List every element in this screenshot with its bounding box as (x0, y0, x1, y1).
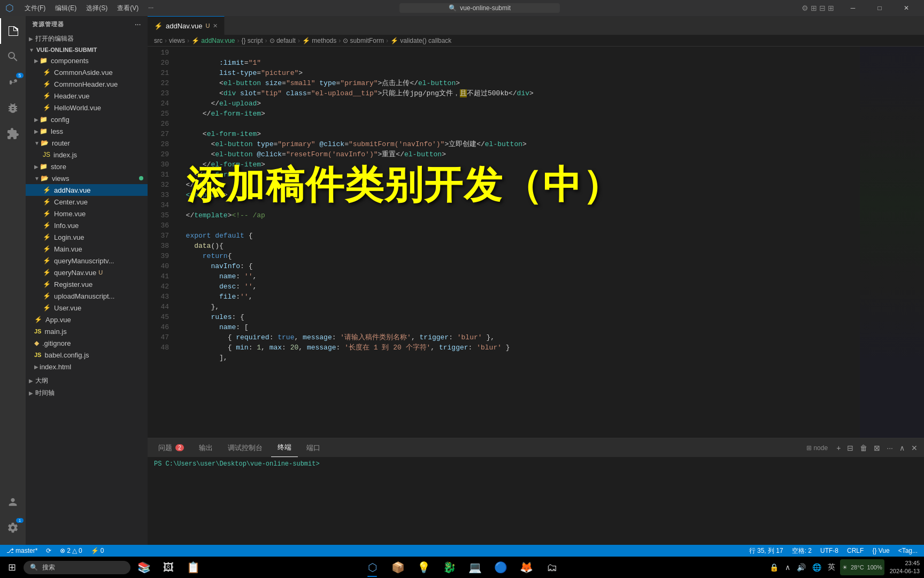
activity-search[interactable] (0, 44, 26, 70)
tree-commonheader[interactable]: ⚡ CommonHeader.vue (26, 78, 148, 90)
settings-icon[interactable]: ⚙ (802, 4, 808, 12)
tray-expand[interactable]: ∧ (783, 563, 792, 572)
taskbar-app-browser2[interactable]: 💡 (412, 557, 435, 578)
tree-header[interactable]: ⚡ Header.vue (26, 90, 148, 102)
menu-file[interactable]: 文件(F) (20, 3, 50, 14)
panel-more[interactable]: ··· (884, 443, 895, 453)
panel-tab-ports[interactable]: 端口 (300, 438, 327, 457)
panel-split[interactable]: ⊟ (845, 443, 856, 453)
tree-babelconfig[interactable]: JS babel.config.js (26, 349, 148, 361)
taskbar-app-3[interactable]: 📋 (182, 557, 204, 578)
tree-config[interactable]: ▶ 📁 config (26, 113, 148, 125)
menu-selection[interactable]: 选择(S) (82, 3, 112, 14)
tree-register[interactable]: ⚡ Register.vue (26, 278, 148, 290)
panel-tab-terminal[interactable]: 终端 (271, 438, 298, 457)
taskbar-app-browser4[interactable]: 💻 (464, 557, 486, 578)
status-remote[interactable]: ⚡ 0 (89, 545, 106, 557)
search-bar[interactable]: 🔍 vue-online-submit (399, 3, 560, 13)
open-editors-section[interactable]: ▶ 打开的编辑器 (26, 33, 148, 45)
tray-network[interactable]: 🌐 (811, 563, 823, 572)
tray-lock[interactable]: 🔒 (768, 563, 780, 572)
tree-indexhtml[interactable]: ▶ index.html (26, 361, 148, 372)
activity-accounts[interactable] (0, 489, 26, 515)
menu-more[interactable]: ··· (144, 3, 158, 14)
taskbar-app-1[interactable]: 📚 (133, 557, 155, 578)
tree-addnav[interactable]: ⚡ addNav.vue (26, 184, 148, 196)
tray-volume[interactable]: 🔊 (795, 563, 807, 572)
breadcrumb-methods[interactable]: ⚡ methods (302, 37, 336, 44)
tree-store[interactable]: ▶ 📁 store (26, 161, 148, 172)
breadcrumb-views[interactable]: views (169, 37, 185, 44)
taskbar-search[interactable]: 🔍 搜索 (24, 561, 130, 574)
maximize-button[interactable]: □ (867, 0, 892, 16)
taskbar-vscode[interactable]: ⬡ (361, 557, 383, 578)
outline-section[interactable]: ▶ 大纲 (26, 375, 148, 387)
tree-uploadmanuscript[interactable]: ⚡ uploadManuscript... (26, 290, 148, 302)
tab-close-button[interactable]: ✕ (213, 22, 218, 29)
grid-icon[interactable]: ⊞ (828, 4, 834, 12)
menu-view[interactable]: 查看(V) (113, 3, 143, 14)
tree-login[interactable]: ⚡ Login.vue (26, 231, 148, 243)
panel-add-terminal[interactable]: + (834, 443, 843, 453)
tray-ime[interactable]: 英 (826, 562, 837, 572)
activity-git[interactable]: 5 (0, 70, 26, 95)
layout-icon[interactable]: ⊞ (811, 4, 817, 12)
activity-explorer[interactable] (0, 18, 26, 44)
panel-word-wrap[interactable]: ⊠ (872, 443, 882, 453)
breadcrumb-addnav[interactable]: ⚡ addNav.vue (191, 37, 235, 44)
code-editor[interactable]: 19 20 21 22 23 24 25 26 27 28 29 30 31 3… (148, 47, 924, 438)
tree-index-js[interactable]: JS index.js (26, 149, 148, 161)
breadcrumb-submitform[interactable]: ⊙ submitForm (343, 37, 384, 44)
sidebar-more-icon[interactable]: ··· (135, 21, 141, 28)
minimize-button[interactable]: ─ (841, 0, 865, 16)
timeline-section[interactable]: ▶ 时间轴 (26, 387, 148, 399)
tree-components[interactable]: ▶ 📁 components (26, 55, 148, 66)
tree-querynav[interactable]: ⚡ queryNav.vue U (26, 267, 148, 278)
panel-tab-debug[interactable]: 调试控制台 (221, 438, 269, 457)
status-cursor[interactable]: 行 35, 列 17 (747, 545, 786, 557)
tree-main[interactable]: ⚡ Main.vue (26, 243, 148, 255)
activity-extensions[interactable] (0, 121, 26, 147)
tree-gitignore[interactable]: ◆ .gitignore (26, 337, 148, 349)
tree-less[interactable]: ▶ 📁 less (26, 125, 148, 137)
status-tag[interactable]: <Tag... (896, 545, 920, 557)
tree-center[interactable]: ⚡ Center.vue (26, 196, 148, 208)
tree-helloworld[interactable]: ⚡ HelloWorld.vue (26, 102, 148, 113)
close-button[interactable]: ✕ (894, 0, 919, 16)
start-button[interactable]: ⊞ (2, 558, 21, 577)
breadcrumb-script[interactable]: {} script (242, 37, 263, 44)
taskbar-app-2[interactable]: 🖼 (157, 557, 180, 578)
tree-mainjs[interactable]: JS main.js (26, 325, 148, 337)
status-branch[interactable]: ⎇ master* (4, 545, 40, 557)
status-sync[interactable]: ⟳ (44, 545, 53, 557)
panel-content[interactable]: PS C:\Users\user\Desktop\vue-online-subm… (148, 457, 924, 545)
code-content[interactable]: :limit="1" list-type="picture"> <el-butt… (173, 47, 860, 438)
tree-app[interactable]: ⚡ App.vue (26, 314, 148, 325)
panel-close[interactable]: ✕ (909, 443, 920, 453)
menu-edit[interactable]: 编辑(E) (51, 3, 81, 14)
tree-views[interactable]: ▼ 📂 views (26, 172, 148, 184)
tree-querymanuscript[interactable]: ⚡ queryManuscriptv... (26, 255, 148, 267)
split-icon[interactable]: ⊟ (819, 4, 826, 12)
status-lineending[interactable]: CRLF (845, 545, 866, 557)
breadcrumb-validate[interactable]: ⚡ validate() callback (390, 37, 451, 44)
status-spaces[interactable]: 空格: 2 (790, 545, 814, 557)
panel-expand[interactable]: ∧ (897, 443, 907, 453)
taskbar-app-browser6[interactable]: 🦊 (515, 557, 537, 578)
taskbar-app-browser7[interactable]: 🗂 (541, 557, 563, 578)
status-language[interactable]: {} Vue (870, 545, 891, 557)
tab-addnav[interactable]: ⚡ addNav.vue U ✕ (148, 16, 225, 35)
breadcrumb-src[interactable]: src (154, 37, 163, 44)
tree-user[interactable]: ⚡ User.vue (26, 302, 148, 314)
tree-info[interactable]: ⚡ Info.vue (26, 219, 148, 231)
activity-debug[interactable] (0, 95, 26, 121)
panel-tab-output[interactable]: 输出 (192, 438, 219, 457)
taskbar-app-browser3[interactable]: 🐉 (438, 557, 460, 578)
taskbar-app-browser5[interactable]: 🔵 (489, 557, 512, 578)
panel-trash[interactable]: 🗑 (858, 443, 869, 453)
breadcrumb-default[interactable]: ⊙ default (270, 37, 296, 44)
tree-commonaside[interactable]: ⚡ CommonAside.vue (26, 66, 148, 78)
status-errors[interactable]: ⊗ 2 △ 0 (58, 545, 84, 557)
tree-home[interactable]: ⚡ Home.vue (26, 208, 148, 219)
clock[interactable]: 23:45 2024-06-13 (888, 559, 922, 576)
